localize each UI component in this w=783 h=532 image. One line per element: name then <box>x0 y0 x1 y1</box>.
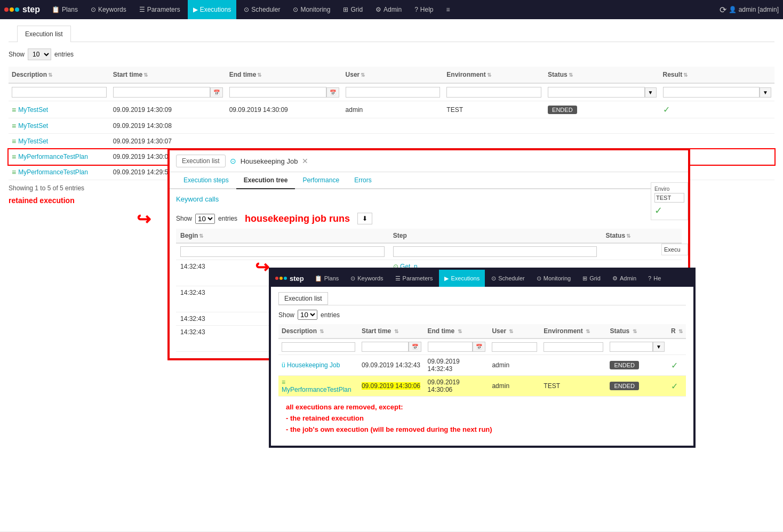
refresh-icon[interactable]: ⟳ <box>720 5 726 15</box>
o2-show-select[interactable]: 10 <box>298 310 317 320</box>
nav-scheduler[interactable]: ⊙Scheduler <box>238 0 285 19</box>
o2-nav-plans[interactable]: 📋 Plans <box>309 270 345 287</box>
job-icon: ü <box>282 361 285 369</box>
nav-executions[interactable]: ▶Executions <box>188 0 237 19</box>
outer-tab-bar: Execution list <box>9 26 774 42</box>
row-description-link[interactable]: ≡ MyTestSet <box>12 106 107 114</box>
scheduler-icon: ⊙ <box>244 6 249 13</box>
annotation-block: all executions are removed, except: - th… <box>278 397 686 440</box>
plan-icon: ≡ <box>12 137 16 146</box>
o2-row-link[interactable]: ≡ MyPerformanceTestPlan <box>282 378 351 393</box>
sort-result[interactable]: ⇅ <box>683 72 688 78</box>
nav-monitoring[interactable]: ⊙Monitoring <box>287 0 335 19</box>
tab-execution-tree[interactable]: Execution tree <box>236 172 295 189</box>
o2-cal-end[interactable]: 📅 <box>473 342 485 352</box>
keyword-calls-label[interactable]: Keyword calls <box>176 195 219 203</box>
nav-help[interactable]: ?Help <box>409 0 438 19</box>
o2-row-link[interactable]: ü Housekeeping Job <box>282 361 340 369</box>
nav-grid[interactable]: ⊞Grid <box>338 0 368 19</box>
filter-status[interactable] <box>548 87 645 98</box>
o2-col-start-time: Start time ⇅ <box>358 324 425 338</box>
tab-errors[interactable]: Errors <box>347 172 379 189</box>
sort-end-time[interactable]: ⇅ <box>257 72 261 78</box>
table-row[interactable]: ≡ MyTestSet09.09.2019 14:30:08 <box>9 118 774 134</box>
overlay2-nav: step 📋 Plans ⊙ Keywords ☰ Parameters ▶ E… <box>271 270 693 287</box>
nav-parameters[interactable]: ☰Parameters <box>134 0 186 19</box>
tab-execution-steps[interactable]: Execution steps <box>176 172 236 189</box>
filter-start-time[interactable] <box>113 87 210 98</box>
o2-filter-start[interactable] <box>362 342 409 352</box>
o2-table-row[interactable]: ≡ MyPerformanceTestPlan09.09.2019 14:30:… <box>278 376 686 397</box>
col-start-time: Start time⇅ <box>110 67 226 83</box>
o2-nav-help[interactable]: ? He <box>643 270 666 287</box>
inner-show-select[interactable]: 10 <box>195 214 215 224</box>
filter-result[interactable] <box>663 87 760 98</box>
sort-status[interactable]: ⇅ <box>569 72 573 78</box>
o2-table-row[interactable]: ü Housekeeping Job09.09.2019 14:32:4309.… <box>278 355 686 376</box>
annotation-line3: - the job's own execution (will be remov… <box>286 424 678 436</box>
sort-description[interactable]: ⇅ <box>48 72 52 78</box>
overlay-exec-list-tab[interactable]: Execution list <box>176 155 226 167</box>
table-row[interactable]: ≡ MyTestSet09.09.2019 14:30:07 <box>9 134 774 149</box>
o2-nav-admin[interactable]: ⚙ Admin <box>607 270 642 287</box>
o2-col-status: Status ⇅ <box>606 324 667 338</box>
show-entries-outer: Show 10 25 50 entries <box>9 49 774 60</box>
row-description-link[interactable]: ≡ MyTestSet <box>12 122 107 130</box>
grid-icon: ⊞ <box>343 6 348 13</box>
o2-cal-start[interactable]: 📅 <box>409 342 421 352</box>
main-content: Execution list Show 10 25 50 entries Des… <box>0 19 783 531</box>
o2-nav-grid[interactable]: ⊞ Grid <box>577 270 606 287</box>
o2-filter-status[interactable] <box>610 342 653 352</box>
inner-filter-step[interactable] <box>393 246 597 257</box>
inner-filter-begin[interactable] <box>180 246 385 257</box>
nav-menu[interactable]: ≡ <box>441 0 456 19</box>
nav-admin[interactable]: ⚙Admin <box>370 0 407 19</box>
download-button[interactable]: ⬇ <box>357 213 372 224</box>
inner-show-label: Show <box>176 215 192 222</box>
filter-description[interactable] <box>12 87 107 98</box>
o2-nav-scheduler[interactable]: ⊙ Scheduler <box>486 270 530 287</box>
tab-performance[interactable]: Performance <box>295 172 347 189</box>
o2-filter-end[interactable] <box>428 342 473 352</box>
result-dropdown[interactable]: ▼ <box>760 87 771 98</box>
env-check-btn[interactable]: ✓ <box>654 205 684 216</box>
o2-exec-list-tab[interactable]: Execution list <box>278 292 328 305</box>
overlay-close-btn[interactable]: ✕ <box>302 157 308 165</box>
o2-filter-user[interactable] <box>492 342 537 352</box>
o2-nav-monitoring[interactable]: ⊙ Monitoring <box>531 270 576 287</box>
o2-dot-cyan <box>284 277 287 280</box>
row-description-link[interactable]: ≡ MyTestSet <box>12 137 107 146</box>
plan-icon: ≡ <box>12 106 16 114</box>
o2-executions-table: Description ⇅ Start time ⇅ End time ⇅ Us… <box>278 324 686 397</box>
calendar-end[interactable]: 📅 <box>326 87 339 98</box>
user-label: admin [admin] <box>739 6 779 13</box>
filter-user[interactable] <box>346 87 441 98</box>
help-icon: ? <box>414 6 418 13</box>
o2-nav-executions[interactable]: ▶ Executions <box>439 270 485 287</box>
o2-col-end-time: End time ⇅ <box>425 324 489 338</box>
nav-keywords[interactable]: ⊙Keywords <box>85 0 132 19</box>
o2-nav-parameters[interactable]: ☰ Parameters <box>390 270 438 287</box>
overlay-active-tab-label[interactable]: Housekeeping Job <box>241 157 298 165</box>
col-user: User⇅ <box>342 67 444 83</box>
filter-end-time[interactable] <box>229 87 326 98</box>
execution-list-tab[interactable]: Execution list <box>17 26 71 42</box>
sort-environment[interactable]: ⇅ <box>487 72 491 78</box>
row-description-link[interactable]: ≡ MyPerformanceTestPlan <box>12 152 107 161</box>
o2-status-dropdown[interactable]: ▼ <box>653 342 665 352</box>
nav-plans[interactable]: 📋Plans <box>46 0 83 19</box>
inner-col-begin: Begin⇅ <box>176 229 389 243</box>
env-side-panel: Enviro TEST ✓ <box>651 182 688 220</box>
o2-nav-keywords[interactable]: ⊙ Keywords <box>345 270 388 287</box>
o2-filter-env[interactable] <box>544 342 603 352</box>
o2-filter-description[interactable] <box>282 342 355 352</box>
filter-environment[interactable] <box>446 87 541 98</box>
sort-start-time[interactable]: ⇅ <box>143 72 148 78</box>
calendar-start[interactable]: 📅 <box>210 87 223 98</box>
table-row[interactable]: ≡ MyTestSet09.09.2019 14:30:0909.09.2019… <box>9 101 774 118</box>
row-description-link[interactable]: ≡ MyPerformanceTestPlan <box>12 168 107 176</box>
sort-user[interactable]: ⇅ <box>361 72 365 78</box>
show-select-outer[interactable]: 10 25 50 <box>28 49 51 60</box>
exec-side-btn[interactable]: Execu <box>661 244 688 255</box>
status-dropdown[interactable]: ▼ <box>645 87 657 98</box>
